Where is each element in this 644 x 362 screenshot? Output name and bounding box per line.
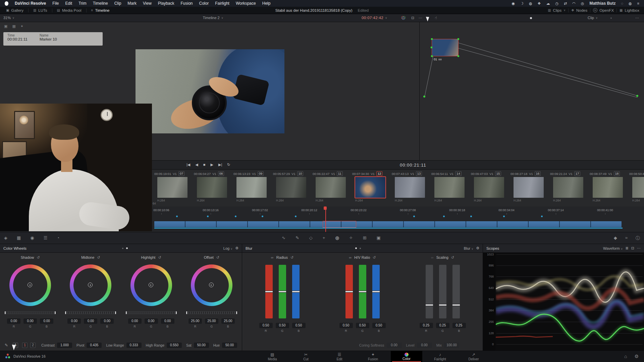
gallery-grid-icon[interactable]: ▦	[12, 24, 15, 28]
camera-raw-icon[interactable]: ◈	[4, 235, 7, 240]
viewer-zoom-select[interactable]: 31%∨	[3, 16, 14, 20]
clip-thumbnail[interactable]	[514, 177, 544, 198]
sizing-icon[interactable]: ⊞	[363, 235, 367, 240]
timeline-marker[interactable]	[176, 216, 178, 217]
nodes-button[interactable]: ❖Nodes	[569, 8, 590, 12]
reset-icon[interactable]: ↺	[97, 255, 100, 260]
clip-cell[interactable]: 00:08:27:18V116H.264	[509, 170, 548, 206]
spotlight-icon[interactable]: ◌	[621, 1, 623, 5]
link-icon[interactable]: ∞	[349, 255, 352, 259]
node-graph-panel[interactable]: 01	[419, 22, 644, 160]
wheel-crosshair[interactable]	[209, 283, 214, 287]
clip-cell[interactable]: 00:06:13:23V109H.264	[232, 170, 271, 206]
high-range-value[interactable]: 0.550	[167, 343, 182, 348]
node-mode-select[interactable]: Clip∨	[588, 16, 598, 20]
page-fusion[interactable]: ✦Fusion	[357, 351, 389, 362]
clip-thumbnail[interactable]	[316, 177, 346, 198]
project-settings-icon[interactable]: ⚙	[634, 354, 639, 359]
video-preview[interactable]	[136, 49, 284, 133]
offset-color-wheel[interactable]	[191, 264, 232, 306]
hv-ratio-g-slider[interactable]	[359, 265, 366, 318]
page-cut[interactable]: ✂Cut	[290, 351, 322, 362]
wheel-crosshair[interactable]	[88, 283, 93, 287]
timeline-marker[interactable]	[207, 216, 209, 217]
stop-button[interactable]: ■	[203, 163, 206, 167]
color-wheels-icon[interactable]: ◉	[30, 235, 34, 240]
contrast-value[interactable]: 1.000	[57, 343, 72, 348]
page-deliver[interactable]: ↗Deliver	[458, 351, 489, 362]
highlight-g-value[interactable]: 0.00	[145, 318, 158, 324]
clip-cell[interactable]: 00:05:57:29V110H.264	[271, 170, 311, 206]
clip-cell-selected[interactable]: 00:07:34:30V112H.264	[351, 170, 390, 206]
timeline-playhead[interactable]	[325, 206, 326, 232]
motion-effects-icon[interactable]: ◔	[57, 235, 59, 240]
clip-thumbnail[interactable]	[593, 177, 623, 198]
scaling-b-value[interactable]: 0.25	[452, 323, 466, 328]
menu-bar-username[interactable]: Matthias Butz	[589, 1, 615, 6]
pointer-tool-icon[interactable]	[427, 16, 430, 21]
hand-tool-icon[interactable]: ☝	[435, 16, 437, 20]
page-edit[interactable]: ☰Edit	[324, 351, 355, 362]
corrector-node-01[interactable]	[432, 39, 459, 56]
dropbox-icon[interactable]: ❖	[538, 1, 541, 6]
menu-app-name[interactable]: DaVinci Resolve	[15, 1, 46, 6]
scope-options-icon[interactable]: ⋯	[637, 246, 641, 250]
compass-icon[interactable]: ◎	[581, 1, 584, 6]
menu-trim[interactable]: Trim	[78, 1, 87, 6]
qualifier-icon[interactable]: ✎	[296, 235, 299, 240]
key-icon[interactable]: ✧	[349, 235, 353, 240]
blur-mode-select[interactable]: Blur ∨	[464, 246, 473, 250]
offset-b-value[interactable]: 25.00	[221, 318, 235, 324]
shadow-g-value[interactable]: 0.00	[23, 318, 37, 324]
highlight-b-value[interactable]: 0.00	[161, 318, 174, 324]
pivot-value[interactable]: 0.435	[87, 343, 102, 348]
link-icon[interactable]: ∞	[271, 255, 274, 259]
panel-options-icon[interactable]: ⚙	[235, 246, 238, 250]
radius-r-slider[interactable]	[265, 265, 273, 318]
play-button[interactable]: ▶	[210, 163, 213, 167]
radius-r-value[interactable]: 0.50	[259, 323, 273, 328]
stereo-3d-icon[interactable]: ▣	[377, 235, 381, 240]
reset-icon[interactable]: ↺	[216, 255, 219, 260]
rgb-mixer-icon[interactable]: ☰	[44, 235, 48, 240]
radius-g-value[interactable]: 0.50	[276, 323, 289, 328]
siri-icon[interactable]: ◍	[629, 1, 632, 6]
menu-fairlight[interactable]: Fairlight	[215, 1, 229, 6]
offset-r-value[interactable]: 25.00	[189, 318, 202, 324]
screen-recording-icon[interactable]: ◉	[512, 1, 515, 6]
info-icon[interactable]: ⓘ	[636, 235, 640, 241]
reset-icon[interactable]: ↺	[37, 255, 40, 260]
page-fairlight[interactable]: ♪Fairlight	[424, 351, 456, 362]
page-media[interactable]: ▤Media	[257, 351, 288, 362]
clip-cell[interactable]: 00:06:04:27V108H.264	[192, 170, 232, 206]
hv-ratio-b-value[interactable]: 0.50	[372, 323, 386, 328]
wheel-crosshair[interactable]	[149, 283, 153, 287]
audio-switch-icon[interactable]: ⇄	[564, 1, 567, 6]
color-viewer-icon[interactable]	[401, 16, 407, 20]
offset-g-value[interactable]: 25.00	[205, 318, 218, 324]
clip-thumbnail[interactable]	[474, 177, 504, 198]
apple-menu-icon[interactable]	[5, 1, 8, 6]
scaling-g-value[interactable]: 0.25	[436, 323, 449, 328]
lightbox-button[interactable]: ▦Lightbox	[617, 8, 642, 12]
midtone-r-value[interactable]: 0.00	[67, 318, 81, 324]
tracker-icon[interactable]: +	[323, 235, 325, 240]
clip-cell[interactable]: 00:09:21:24V117H.264	[548, 170, 588, 206]
timeline-marker[interactable]	[262, 216, 263, 217]
adjust-page-1-button[interactable]: 1	[22, 343, 28, 348]
wheel-crosshair[interactable]	[28, 283, 32, 287]
keyframes-icon[interactable]: ◆	[614, 235, 617, 241]
radius-b-value[interactable]: 0.50	[292, 323, 306, 328]
timeline-marker[interactable]	[503, 216, 505, 217]
jump-end-button[interactable]: ▶|	[218, 163, 222, 167]
midtone-color-wheel[interactable]	[70, 264, 111, 306]
menu-clip[interactable]: Clip	[114, 1, 121, 6]
palette-page-dots[interactable]	[122, 247, 128, 249]
viewer-options-icon[interactable]: ⋯	[419, 16, 422, 20]
clip-thumbnail[interactable]	[197, 177, 227, 198]
window-icon[interactable]: ◇	[309, 235, 313, 240]
scope-type-select[interactable]: Waveform ∨	[603, 246, 623, 250]
hv-ratio-r-slider[interactable]	[345, 265, 353, 318]
clip-cell[interactable]: 00:06:22:47V111H.264	[311, 170, 351, 206]
color-match-icon[interactable]: ▦	[17, 235, 21, 240]
